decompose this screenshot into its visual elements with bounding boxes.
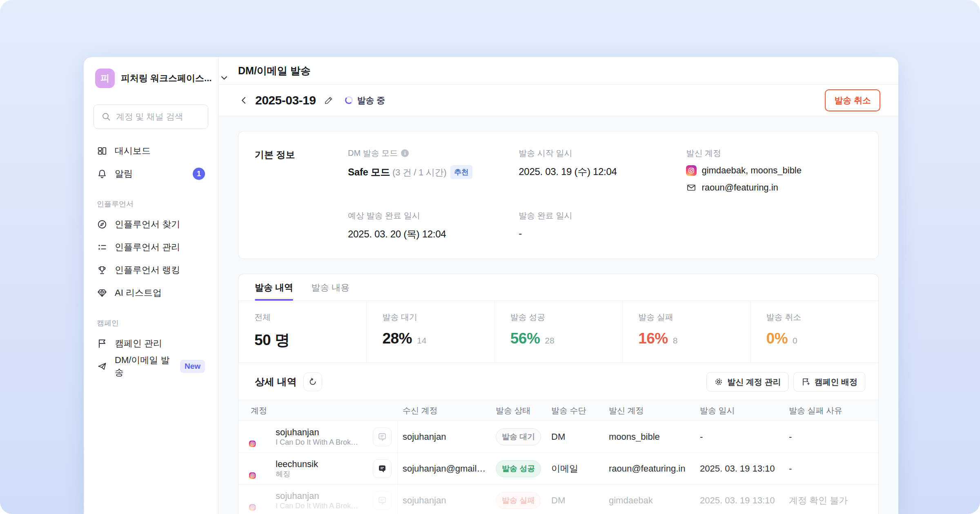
detail-bar: 상세 내역 발신 계정 관리 — [238, 363, 878, 400]
edit-pencil-button[interactable] — [321, 93, 336, 108]
mail-icon — [686, 182, 697, 193]
field-complete-time: 발송 완료 일시 - — [519, 210, 686, 241]
send-status: 발송 중 — [345, 95, 385, 106]
sidebar-item-campaign-manage[interactable]: 캠페인 관리 — [94, 332, 208, 355]
status-cell: 발송 성공 — [491, 460, 546, 477]
manage-sender-accounts-button[interactable]: 발신 계정 관리 — [706, 372, 788, 392]
flag-icon — [97, 338, 107, 349]
info-icon[interactable]: i — [401, 149, 409, 157]
sidebar-search[interactable] — [94, 104, 208, 129]
tab-send-history[interactable]: 발송 내역 — [255, 274, 293, 301]
cancel-send-button[interactable]: 발송 취소 — [825, 89, 880, 111]
sidebar-item-label: 인플루언서 관리 — [115, 241, 180, 253]
page-title: DM/이메일 발송 — [238, 64, 311, 78]
sender-cell: moons_bible — [604, 432, 695, 442]
gem-icon — [97, 288, 107, 298]
dashboard-icon — [97, 146, 107, 156]
field-label: DM 발송 모드 — [348, 148, 398, 159]
dm-mode-detail: (3 건 / 1 시간) — [390, 167, 446, 177]
field-start-time: 발송 시작 일시 2025. 03. 19 (수) 12:04 — [519, 148, 686, 193]
account-desc: I Can Do It With A Broken Heart — [276, 438, 359, 447]
account-text: leechunsik 헤징 — [276, 459, 366, 479]
search-icon — [101, 112, 111, 122]
instagram-icon — [686, 165, 697, 176]
status-badge: 발송 대기 — [496, 428, 541, 445]
memo-button[interactable] — [373, 428, 392, 446]
memo-button[interactable] — [373, 459, 392, 478]
tab-send-content[interactable]: 발송 내용 — [311, 274, 350, 301]
button-label: 캠페인 배정 — [814, 377, 858, 388]
stat-block: 발송 취소 0% 0 — [751, 301, 878, 363]
account-name: leechunsik — [276, 459, 366, 470]
stat-block: 전체 50 명 — [238, 301, 366, 363]
content-area: 기본 정보 DM 발송 모드 i Safe 모드 (3 건 / 1 시간)추천 — [218, 116, 898, 514]
stat-value: 28% — [382, 330, 412, 347]
trophy-icon — [97, 265, 107, 275]
sidebar-item-dm-email[interactable]: DM/이메일 발송 New — [94, 355, 208, 378]
sidebar-item-influencer-manage[interactable]: 인플루언서 관리 — [94, 236, 208, 259]
flag-plus-icon — [801, 377, 810, 386]
dm-mode-value: Safe 모드 — [348, 166, 390, 177]
field-sender-accounts: 발신 계정 gimdaebak, moons_bible — [686, 148, 862, 193]
table-row[interactable]: leechunsik 헤징 sojuhanjan@gm — [238, 453, 878, 485]
alarm-count-badge: 1 — [193, 168, 205, 180]
field-dm-mode: DM 발송 모드 i Safe 모드 (3 건 / 1 시간)추천 — [348, 148, 519, 193]
sidebar-item-ai-listup[interactable]: AI 리스트업 — [94, 281, 208, 304]
stat-label: 발송 성공 — [510, 312, 614, 323]
col-sender: 발신 계정 — [604, 405, 695, 416]
workspace-avatar: 피 — [95, 69, 115, 88]
instagram-badge-icon — [248, 472, 256, 480]
expected-time-value: 2025. 03. 20 (목) 12:04 — [348, 228, 519, 241]
sidebar-item-dashboard[interactable]: 대시보드 — [94, 140, 208, 162]
avatar — [250, 428, 269, 447]
sidebar-item-alarm[interactable]: 알림 1 — [94, 162, 208, 185]
account-cell: leechunsik 헤징 — [238, 453, 398, 485]
sender-instagram: gimdaebak, moons_bible — [702, 165, 802, 176]
table-row[interactable]: sojuhanjan I Can Do It With A Broken Hea… — [238, 421, 878, 453]
account-name: sojuhanjan — [276, 427, 366, 438]
col-sent-at: 발송 일시 — [695, 405, 784, 416]
workspace-switcher[interactable]: 피 피처링 워크스페이스... — [94, 68, 208, 91]
channel-cell: DM — [546, 495, 604, 506]
send-stats: 전체 50 명 발송 대기 28% — [238, 301, 878, 363]
fail-reason-cell: - — [784, 432, 878, 442]
basic-info-title: 기본 정보 — [255, 148, 348, 241]
sidebar: 피 피처링 워크스페이스... 대시보드 — [84, 57, 218, 514]
stat-value: 0% — [766, 330, 788, 347]
workspace-name: 피처링 워크스페이스... — [121, 72, 212, 84]
sidebar-nav: 대시보드 알림 1 인플루언서 인플루언서 찾기 — [94, 140, 208, 378]
bell-icon — [97, 168, 107, 179]
back-button[interactable] — [236, 93, 251, 108]
table-body: sojuhanjan I Can Do It With A Broken Hea… — [238, 421, 878, 514]
sidebar-item-influencer-ranking[interactable]: 인플루언서 랭킹 — [94, 259, 208, 281]
sidebar-section-campaign: 캠페인 — [97, 318, 205, 328]
recipient-cell: sojuhanjan — [398, 495, 491, 506]
account-text: sojuhanjan I Can Do It With A Broken Hea… — [276, 490, 366, 511]
field-label: 발송 시작 일시 — [519, 148, 572, 159]
avatar — [250, 491, 269, 510]
sidebar-item-influencer-find[interactable]: 인플루언서 찾기 — [94, 213, 208, 236]
account-cell: sojuhanjan I Can Do It With A Broken Hea… — [238, 421, 398, 453]
stat-value: 56% — [510, 330, 540, 347]
stat-count: 8 — [673, 336, 678, 346]
campaign-toolbar: 2025-03-19 발송 중 발송 취소 — [218, 84, 898, 116]
spinner-icon — [345, 96, 353, 104]
memo-button[interactable] — [373, 491, 392, 510]
button-label: 발신 계정 관리 — [727, 377, 781, 388]
table-row[interactable]: sojuhanjan I Can Do It With A Broken Hea… — [238, 485, 878, 514]
account-text: sojuhanjan I Can Do It With A Broken Hea… — [276, 427, 366, 448]
refresh-button[interactable] — [303, 372, 322, 391]
stat-count: 14 — [417, 336, 426, 346]
sidebar-item-label: 캠페인 관리 — [115, 337, 162, 350]
sidebar-item-label: 인플루언서 랭킹 — [115, 264, 180, 276]
assign-campaign-button[interactable]: 캠페인 배정 — [793, 372, 865, 392]
start-time-value: 2025. 03. 19 (수) 12:04 — [519, 165, 686, 178]
stat-label: 발송 취소 — [766, 312, 870, 323]
search-input[interactable] — [116, 112, 227, 122]
sender-cell: gimdaebak — [604, 495, 695, 506]
list-icon — [97, 242, 107, 253]
field-label: 발신 계정 — [686, 148, 721, 159]
basic-info-grid: DM 발송 모드 i Safe 모드 (3 건 / 1 시간)추천 발송 시작 … — [348, 148, 862, 241]
sent-at-cell: - — [695, 432, 784, 442]
send-icon — [97, 361, 107, 372]
